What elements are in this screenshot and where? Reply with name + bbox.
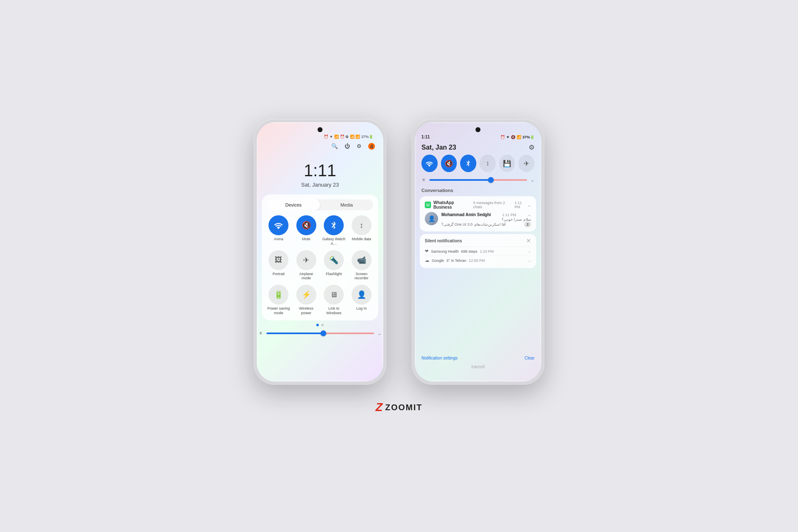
silent-close-icon[interactable]: ✕ <box>526 237 531 244</box>
qs-item-bt: Galaxy Watch A… <box>322 215 346 246</box>
brightness2-row: ☀ ⌄ <box>415 175 541 186</box>
qs-item-mobile: ↕ Mobile data <box>350 215 374 246</box>
qs-wifi-label: Avina <box>274 237 283 241</box>
qs-mobile-btn[interactable]: ↕ <box>352 215 372 235</box>
qs-linkwin-btn[interactable]: 🖥 <box>324 285 344 305</box>
qs-screenrec-btn[interactable]: 📹 <box>352 250 372 270</box>
toggle-mute[interactable]: 🔇 <box>441 155 457 172</box>
notif-footer: Notification settings Clear <box>415 353 541 365</box>
silent-section: Silent notifications ✕ ❤ Samsung Health … <box>420 234 536 268</box>
page-wrapper: ⏰ ✦ 📶 ⏰ ✿ 📶 📶 37%🔋 🔍 ⏻ ⚙ 4 <box>237 102 561 430</box>
google-detail: 3° in Tehran <box>446 259 466 263</box>
qs-item-linkwin: 🖥 Link to Windows <box>322 285 346 315</box>
google-chevron-icon[interactable]: ⌄ <box>528 258 531 263</box>
qs-airplane-label: Airplane mode <box>295 272 318 281</box>
phone1-status-icons: ⏰ ✦ 📶 ⏰ ✿ 📶 📶 37%🔋 <box>324 135 373 139</box>
phone1-time: 1:11 <box>257 161 383 180</box>
toggle-data[interactable]: ↕ <box>480 155 496 172</box>
brightness-track[interactable] <box>266 332 374 334</box>
msg-chevron-icon[interactable]: ⌄ <box>527 212 531 217</box>
silent-google-left: ☁ Google 3° in Tehran 12:55 PM <box>425 258 485 263</box>
qs-powersave-btn[interactable]: 🔋 <box>268 285 288 305</box>
silent-item-health[interactable]: ❤ Samsung Health 698 steps 1:10 PM ⌄ <box>425 246 531 256</box>
qs-item-wifi: Avina <box>267 215 291 246</box>
msg-time: 1:11 PM <box>502 213 516 217</box>
qs-mobile-label: Mobile data <box>352 237 371 241</box>
phone1-inner: ⏰ ✦ 📶 ⏰ ✿ 📶 📶 37%🔋 🔍 ⏻ ⚙ 4 <box>257 122 383 382</box>
qs-item-airplane: ✈ Airplane mode <box>295 250 318 281</box>
qs-portrait-btn[interactable]: 🖼 <box>268 250 288 270</box>
notification-badge[interactable]: 4 <box>368 143 375 150</box>
qs-flashlight-btn[interactable]: 🔦 <box>324 250 344 270</box>
qs-linkwin-label: Link to Windows <box>322 306 346 315</box>
qs-tabs: Devices Media <box>267 200 373 210</box>
toggle-wifi[interactable] <box>421 155 438 172</box>
tab-media[interactable]: Media <box>320 200 373 210</box>
msg-badge: 2 <box>524 222 531 227</box>
toggle-nfc[interactable]: 💾 <box>499 155 515 172</box>
tab-devices[interactable]: Devices <box>267 200 320 210</box>
qs-login-label: Log In <box>356 306 367 311</box>
clear-btn[interactable]: Clear <box>525 356 534 360</box>
notif-card-whatsapp[interactable]: W WhatsApp Business 5 messages from 2 ch… <box>420 196 536 232</box>
health-detail: 698 steps <box>461 249 478 254</box>
phone2-time: 1:11 <box>421 135 430 139</box>
whatsapp-chevron-icon[interactable]: ⌄ <box>527 202 531 208</box>
google-time: 12:55 PM <box>469 259 485 263</box>
silent-header: Silent notifications ✕ <box>425 237 531 244</box>
qs-mute-btn[interactable]: 🔇 <box>296 215 316 235</box>
toggle-bt[interactable] <box>460 155 476 172</box>
brightness-thumb[interactable] <box>320 330 326 336</box>
phone1: ⏰ ✦ 📶 ⏰ ✿ 📶 📶 37%🔋 🔍 ⏻ ⚙ 4 <box>254 119 387 385</box>
phone2-bt-icon: ✦ <box>506 135 510 139</box>
phone1-header-actions: 🔍 ⏻ ⚙ 4 <box>257 141 383 153</box>
google-icon: ☁ <box>425 258 429 263</box>
qs-wifi-btn[interactable] <box>268 215 288 235</box>
phone1-date: Sat, January 23 <box>257 182 383 188</box>
brightness-row: ☀ ⌄ <box>257 326 383 338</box>
qs-grid: Avina 🔇 Mute <box>267 215 373 315</box>
notif-text: Mohammad Amin Sedghi 1:11 PM ⌄ سلام صدرا… <box>441 212 531 227</box>
search-icon[interactable]: 🔍 <box>331 143 338 150</box>
qs-item-login: 👤 Log In <box>350 285 374 315</box>
health-chevron-icon[interactable]: ⌄ <box>528 249 531 254</box>
phone2-alarm-icon: ⏰ <box>500 135 505 139</box>
phone2: 1:11 ⏰ ✦ 🔇 📶 37%🔋 Sat, Jan 23 ⚙ <box>411 119 544 385</box>
brand-z-icon: Z <box>376 401 383 413</box>
toggle-airplane[interactable]: ✈ <box>518 155 534 172</box>
notif-card-header: W WhatsApp Business 5 messages from 2 ch… <box>425 200 531 209</box>
notification-settings-btn[interactable]: Notification settings <box>421 356 458 360</box>
qs-wireless-label: Wireless power <box>295 306 318 315</box>
qs-airplane-btn[interactable]: ✈ <box>296 250 316 270</box>
silent-item-google[interactable]: ☁ Google 3° in Tehran 12:55 PM ⌄ <box>425 256 531 265</box>
brightness-min-icon: ☀ <box>259 330 263 336</box>
qs-bt-label: Galaxy Watch A… <box>322 237 346 246</box>
brand-logo: Z ZOOMIT <box>376 401 423 413</box>
brightness2-track[interactable] <box>429 179 527 181</box>
qs-item-mute: 🔇 Mute <box>295 215 318 246</box>
brightness2-thumb[interactable] <box>488 177 494 183</box>
quick-toggles: 🔇 ↕ 💾 ✈ <box>415 155 541 175</box>
phone2-inner: 1:11 ⏰ ✦ 🔇 📶 37%🔋 Sat, Jan 23 ⚙ <box>415 122 541 382</box>
silent-item-left: ❤ Samsung Health 698 steps 1:10 PM <box>425 249 494 254</box>
qs-wireless-btn[interactable]: ⚡ <box>296 285 316 305</box>
qs-screenrec-label: Screen recorder <box>350 272 374 281</box>
whatsapp-name: WhatsApp Business <box>433 200 471 209</box>
power-icon[interactable]: ⏻ <box>345 143 350 150</box>
msg-line2: آقا اسکرین‌شات‌های One UI 3.0 گرفتی؟ <box>441 222 506 227</box>
phone2-camera <box>475 127 480 132</box>
settings-gear-icon[interactable]: ⚙ <box>529 143 534 151</box>
phone2-mute-icon: 🔇 <box>511 135 515 139</box>
brightness-expand-icon[interactable]: ⌄ <box>377 330 382 336</box>
phone2-date: Sat, Jan 23 <box>421 144 456 151</box>
qs-item-screenrec: 📹 Screen recorder <box>350 250 374 281</box>
qs-item-wireless: ⚡ Wireless power <box>295 285 318 315</box>
settings-icon[interactable]: ⚙ <box>357 143 362 150</box>
qs-login-btn[interactable]: 👤 <box>352 285 372 305</box>
brightness2-expand-icon[interactable]: ⌄ <box>530 177 534 183</box>
notif-app-row: W WhatsApp Business 5 messages from 2 ch… <box>425 200 527 209</box>
qs-item-portrait: 🖼 Portrait <box>267 250 291 281</box>
qs-portrait-label: Portrait <box>273 272 285 276</box>
phone2-status-icons: ⏰ ✦ 🔇 📶 37%🔋 <box>500 135 534 139</box>
qs-bt-btn[interactable] <box>324 215 344 235</box>
